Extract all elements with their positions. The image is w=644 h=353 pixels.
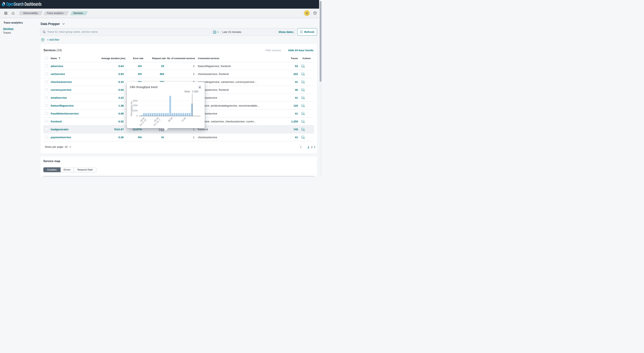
svg-text:06:00: 06:00	[168, 117, 173, 122]
svg-text:18:00Jun 9, 20: 18:00Jun 9, 20	[137, 117, 147, 127]
svg-text:12:00: 12:00	[181, 117, 186, 122]
svg-text:1000: 1000	[132, 110, 138, 112]
svg-text:2000: 2000	[132, 104, 138, 107]
svg-text:00:00Jun 10, 2: 00:00Jun 10, 2	[151, 117, 161, 127]
svg-text:0: 0	[136, 115, 138, 117]
svg-text:3000: 3000	[132, 100, 138, 102]
svg-text:Throughput (n): Throughput (n)	[130, 102, 133, 116]
